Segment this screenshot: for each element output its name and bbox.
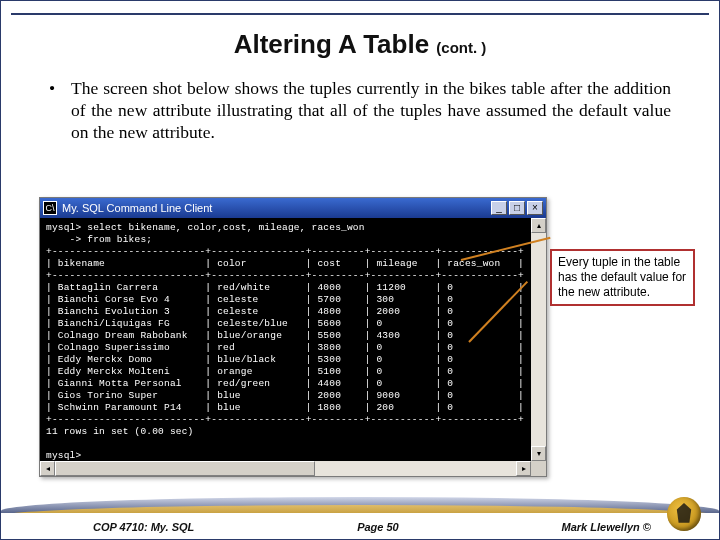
scroll-h-thumb[interactable]	[55, 461, 315, 476]
scroll-v-track[interactable]	[531, 233, 546, 446]
callout-text: Every tuple in the table has the default…	[558, 255, 686, 299]
scroll-right-button[interactable]: ▸	[516, 461, 531, 476]
top-rule	[11, 13, 709, 15]
slide-body: • The screen shot below shows the tuples…	[49, 78, 671, 144]
vertical-scrollbar[interactable]: ▴ ▾	[531, 218, 546, 461]
app-icon: C\	[43, 201, 57, 215]
minimize-button[interactable]: _	[491, 201, 507, 215]
scrollbar-corner	[531, 461, 546, 476]
footer-text: COP 4710: My. SQL Page 50 Mark Llewellyn…	[1, 521, 719, 533]
window-titlebar: C\ My. SQL Command Line Client _ □ ×	[40, 198, 546, 218]
logo-icon	[667, 497, 701, 531]
scroll-left-button[interactable]: ◂	[40, 461, 55, 476]
title-cont: (cont. )	[436, 39, 486, 56]
bullet-marker: •	[49, 78, 71, 144]
bullet-text: The screen shot below shows the tuples c…	[71, 78, 671, 144]
window-buttons: _ □ ×	[491, 201, 543, 215]
slide-title: Altering A Table (cont. )	[1, 29, 719, 60]
footer-center: Page 50	[357, 521, 399, 533]
slide: Altering A Table (cont. ) • The screen s…	[0, 0, 720, 540]
window-title: My. SQL Command Line Client	[62, 202, 491, 214]
footer: COP 4710: My. SQL Page 50 Mark Llewellyn…	[1, 489, 719, 539]
bullet-item: • The screen shot below shows the tuples…	[49, 78, 671, 144]
footer-left: COP 4710: My. SQL	[93, 521, 194, 533]
callout-box: Every tuple in the table has the default…	[550, 249, 695, 306]
title-main: Altering A Table	[234, 29, 430, 59]
close-button[interactable]: ×	[527, 201, 543, 215]
maximize-button[interactable]: □	[509, 201, 525, 215]
footer-right: Mark Llewellyn ©	[562, 521, 651, 533]
scroll-up-button[interactable]: ▴	[531, 218, 546, 233]
scroll-down-button[interactable]: ▾	[531, 446, 546, 461]
horizontal-scrollbar[interactable]: ◂ ▸	[40, 461, 531, 476]
scroll-h-track[interactable]	[55, 461, 516, 476]
